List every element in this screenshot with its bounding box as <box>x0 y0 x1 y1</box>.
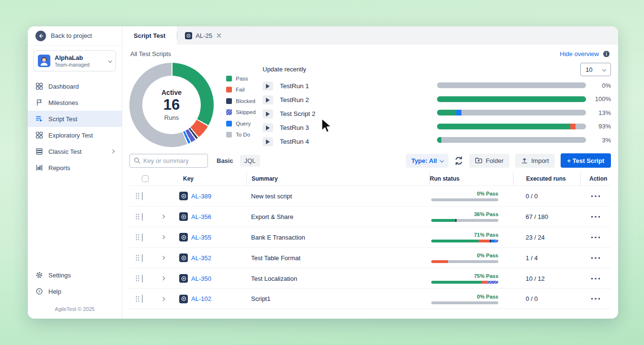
sidebar-item-label: Settings <box>48 272 71 279</box>
recent-run-item[interactable]: Test Script 2 <box>263 107 437 121</box>
run-status-cell: 36% Pass <box>429 211 513 222</box>
summary-cell[interactable]: Bank E Transaction <box>246 234 429 241</box>
gear-icon <box>35 271 43 279</box>
expand-chevron-icon[interactable] <box>156 298 170 300</box>
issue-key-link[interactable]: AL-389 <box>170 192 246 200</box>
run-progress-bar: 0% <box>437 82 611 88</box>
row-checkbox[interactable] <box>142 254 143 262</box>
back-arrow-icon[interactable] <box>35 31 46 41</box>
issue-key-link[interactable]: AL-356 <box>170 212 246 221</box>
sidebar-item-exploratory-test[interactable]: Exploratory Test <box>28 127 122 143</box>
run-progress-bar: 100% <box>437 96 611 102</box>
expand-chevron-icon[interactable] <box>156 277 170 280</box>
more-actions-button[interactable] <box>580 195 611 197</box>
basic-mode-toggle[interactable]: Basic <box>217 157 233 164</box>
sidebar-item-label: Reports <box>48 164 70 172</box>
back-to-project[interactable]: Back to project <box>28 26 122 46</box>
drag-handle-icon[interactable] <box>129 193 142 199</box>
sidebar-item-reports[interactable]: Reports <box>28 160 122 176</box>
reports-icon <box>35 164 43 172</box>
issue-key-link[interactable]: AL-102 <box>170 295 246 303</box>
tab-script-test[interactable]: Script Test <box>122 26 177 45</box>
copyright: AgileTest © 2025 <box>28 306 122 312</box>
grid-icon <box>35 131 43 139</box>
more-actions-button[interactable] <box>580 257 611 259</box>
summary-cell[interactable]: Test Table Format <box>246 254 429 262</box>
summary-cell[interactable]: New test script <box>246 193 429 200</box>
table-row: AL-102 Script1 0% Pass 0 / 0 <box>129 288 611 309</box>
row-checkbox[interactable] <box>142 275 143 283</box>
play-icon[interactable] <box>263 109 273 118</box>
donut-center-label: Active <box>161 89 182 96</box>
more-actions-button[interactable] <box>580 216 611 218</box>
run-status-cell: 0% Pass <box>429 191 513 201</box>
executed-runs-cell: 1 / 4 <box>513 254 580 262</box>
recent-run-item[interactable]: TestRun 1 <box>263 79 437 93</box>
sidebar-item-script-test[interactable]: Script Test <box>28 111 122 127</box>
run-status-cell: 71% Pass <box>429 232 513 242</box>
sidebar-item-settings[interactable]: Settings <box>28 267 122 283</box>
type-filter-dropdown[interactable]: Type: All <box>406 154 448 168</box>
sidebar-item-dashboard[interactable]: Dashboard <box>28 78 122 94</box>
flag-icon <box>35 99 43 106</box>
drag-handle-icon[interactable] <box>129 254 142 261</box>
test-script-issue-icon <box>179 192 188 200</box>
expand-chevron-icon[interactable] <box>156 256 170 259</box>
add-test-script-button[interactable]: + Test Script <box>561 153 611 168</box>
jql-mode-toggle[interactable]: JQL <box>240 155 260 167</box>
page-title: All Test Scripts <box>130 50 171 58</box>
issue-key-link[interactable]: AL-352 <box>170 253 246 262</box>
more-actions-button[interactable] <box>580 277 611 280</box>
drag-handle-icon[interactable] <box>129 275 142 282</box>
row-checkbox[interactable] <box>142 213 143 221</box>
row-checkbox[interactable] <box>142 233 143 242</box>
update-recently-title: Update recently <box>263 66 437 73</box>
hide-overview-link[interactable]: Hide overview <box>560 50 599 58</box>
sidebar-item-milestones[interactable]: Milestones <box>28 94 122 111</box>
recent-run-item[interactable]: TestRun 2 <box>263 93 437 107</box>
summary-cell[interactable]: Test Localization <box>246 275 429 282</box>
executed-runs-cell: 23 / 24 <box>513 234 580 241</box>
sidebar-item-help[interactable]: ? Help <box>28 283 122 299</box>
row-checkbox[interactable] <box>142 192 143 200</box>
executed-runs-cell: 67 / 180 <box>513 213 580 220</box>
tab-al-25[interactable]: AL-25 <box>177 26 229 45</box>
project-avatar <box>38 55 50 67</box>
sidebar-item-classic-test[interactable]: Classic Test <box>28 143 122 160</box>
row-checkbox[interactable] <box>142 295 143 303</box>
import-button[interactable]: Import <box>515 154 555 168</box>
page-size-select[interactable]: 10 <box>580 63 611 76</box>
play-icon[interactable] <box>263 137 273 146</box>
project-name: AlphaLab <box>55 54 104 61</box>
search-input[interactable] <box>143 157 204 164</box>
executed-runs-cell: 0 / 0 <box>513 295 580 302</box>
recent-run-item[interactable]: TestRun 3 <box>263 121 437 135</box>
donut-center-sublabel: Runs <box>164 114 179 121</box>
drag-handle-icon[interactable] <box>129 213 142 220</box>
play-icon[interactable] <box>263 81 273 91</box>
expand-chevron-icon[interactable] <box>156 236 170 239</box>
sidebar-item-label: Classic Test <box>48 148 81 155</box>
close-icon[interactable] <box>217 33 221 38</box>
search-box[interactable] <box>129 154 208 168</box>
info-icon[interactable] <box>603 50 610 58</box>
table-row: AL-389 New test script 0% Pass 0 / 0 <box>129 185 611 206</box>
project-selector[interactable]: AlphaLab Team-managed <box>34 50 116 71</box>
executed-runs-cell: 0 / 0 <box>513 193 580 200</box>
issue-key-link[interactable]: AL-350 <box>170 274 246 283</box>
drag-handle-icon[interactable] <box>129 296 142 302</box>
recent-run-item[interactable]: TestRun 4 <box>263 135 437 149</box>
select-all-checkbox[interactable] <box>142 175 149 182</box>
play-icon[interactable] <box>263 95 273 104</box>
folder-button[interactable]: Folder <box>469 154 509 168</box>
summary-cell[interactable]: Script1 <box>246 295 429 302</box>
expand-chevron-icon[interactable] <box>156 215 170 218</box>
play-icon[interactable] <box>263 123 273 132</box>
more-actions-button[interactable] <box>580 298 611 300</box>
legend-item: Query <box>226 118 256 129</box>
refresh-icon[interactable] <box>454 156 463 165</box>
summary-cell[interactable]: Export & Share <box>246 213 429 220</box>
more-actions-button[interactable] <box>580 236 611 239</box>
issue-key-link[interactable]: AL-355 <box>170 233 246 242</box>
drag-handle-icon[interactable] <box>129 234 142 241</box>
